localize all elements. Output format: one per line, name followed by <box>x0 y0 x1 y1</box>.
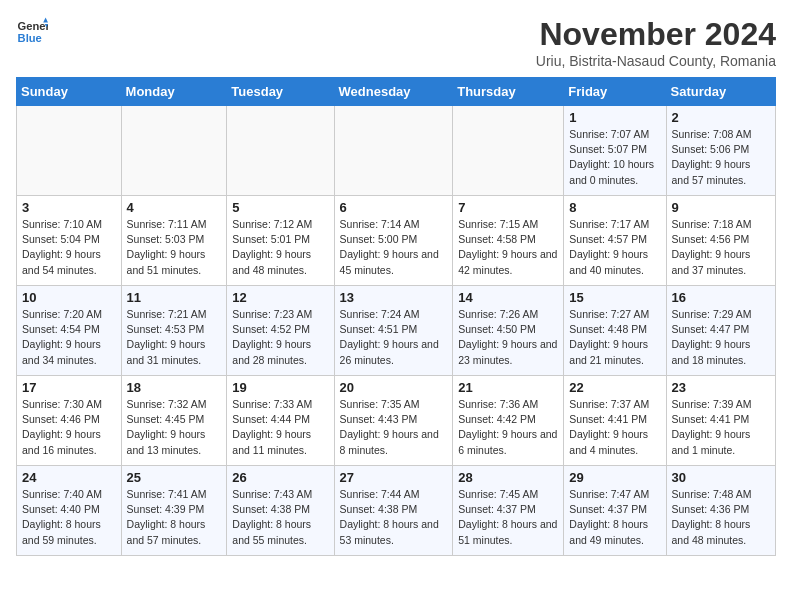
day-detail: Sunrise: 7:37 AM Sunset: 4:41 PM Dayligh… <box>569 397 660 458</box>
weekday-header-cell: Monday <box>121 78 227 106</box>
day-detail: Sunrise: 7:43 AM Sunset: 4:38 PM Dayligh… <box>232 487 328 548</box>
calendar-cell: 23Sunrise: 7:39 AM Sunset: 4:41 PM Dayli… <box>666 376 775 466</box>
day-detail: Sunrise: 7:27 AM Sunset: 4:48 PM Dayligh… <box>569 307 660 368</box>
day-number: 10 <box>22 290 116 305</box>
day-detail: Sunrise: 7:48 AM Sunset: 4:36 PM Dayligh… <box>672 487 770 548</box>
day-number: 4 <box>127 200 222 215</box>
calendar-week-row: 17Sunrise: 7:30 AM Sunset: 4:46 PM Dayli… <box>17 376 776 466</box>
day-detail: Sunrise: 7:10 AM Sunset: 5:04 PM Dayligh… <box>22 217 116 278</box>
day-number: 1 <box>569 110 660 125</box>
calendar-cell: 6Sunrise: 7:14 AM Sunset: 5:00 PM Daylig… <box>334 196 453 286</box>
weekday-header-cell: Friday <box>564 78 666 106</box>
calendar-cell: 25Sunrise: 7:41 AM Sunset: 4:39 PM Dayli… <box>121 466 227 556</box>
calendar-cell: 8Sunrise: 7:17 AM Sunset: 4:57 PM Daylig… <box>564 196 666 286</box>
day-number: 24 <box>22 470 116 485</box>
day-number: 7 <box>458 200 558 215</box>
calendar-cell <box>17 106 122 196</box>
day-detail: Sunrise: 7:07 AM Sunset: 5:07 PM Dayligh… <box>569 127 660 188</box>
day-detail: Sunrise: 7:11 AM Sunset: 5:03 PM Dayligh… <box>127 217 222 278</box>
calendar-cell: 15Sunrise: 7:27 AM Sunset: 4:48 PM Dayli… <box>564 286 666 376</box>
day-number: 6 <box>340 200 448 215</box>
day-number: 16 <box>672 290 770 305</box>
day-number: 8 <box>569 200 660 215</box>
day-detail: Sunrise: 7:39 AM Sunset: 4:41 PM Dayligh… <box>672 397 770 458</box>
day-number: 11 <box>127 290 222 305</box>
calendar-cell: 18Sunrise: 7:32 AM Sunset: 4:45 PM Dayli… <box>121 376 227 466</box>
header: General Blue November 2024 Uriu, Bistrit… <box>16 16 776 69</box>
day-number: 29 <box>569 470 660 485</box>
day-number: 30 <box>672 470 770 485</box>
day-number: 12 <box>232 290 328 305</box>
day-number: 5 <box>232 200 328 215</box>
calendar-cell: 24Sunrise: 7:40 AM Sunset: 4:40 PM Dayli… <box>17 466 122 556</box>
day-number: 28 <box>458 470 558 485</box>
day-number: 14 <box>458 290 558 305</box>
calendar-cell: 30Sunrise: 7:48 AM Sunset: 4:36 PM Dayli… <box>666 466 775 556</box>
day-detail: Sunrise: 7:14 AM Sunset: 5:00 PM Dayligh… <box>340 217 448 278</box>
calendar-cell <box>334 106 453 196</box>
weekday-header-row: SundayMondayTuesdayWednesdayThursdayFrid… <box>17 78 776 106</box>
calendar-cell: 3Sunrise: 7:10 AM Sunset: 5:04 PM Daylig… <box>17 196 122 286</box>
calendar-cell: 10Sunrise: 7:20 AM Sunset: 4:54 PM Dayli… <box>17 286 122 376</box>
calendar-cell: 7Sunrise: 7:15 AM Sunset: 4:58 PM Daylig… <box>453 196 564 286</box>
calendar-table: SundayMondayTuesdayWednesdayThursdayFrid… <box>16 77 776 556</box>
day-detail: Sunrise: 7:21 AM Sunset: 4:53 PM Dayligh… <box>127 307 222 368</box>
calendar-week-row: 1Sunrise: 7:07 AM Sunset: 5:07 PM Daylig… <box>17 106 776 196</box>
calendar-cell: 19Sunrise: 7:33 AM Sunset: 4:44 PM Dayli… <box>227 376 334 466</box>
day-detail: Sunrise: 7:20 AM Sunset: 4:54 PM Dayligh… <box>22 307 116 368</box>
calendar-cell: 22Sunrise: 7:37 AM Sunset: 4:41 PM Dayli… <box>564 376 666 466</box>
calendar-cell: 16Sunrise: 7:29 AM Sunset: 4:47 PM Dayli… <box>666 286 775 376</box>
day-detail: Sunrise: 7:12 AM Sunset: 5:01 PM Dayligh… <box>232 217 328 278</box>
calendar-week-row: 3Sunrise: 7:10 AM Sunset: 5:04 PM Daylig… <box>17 196 776 286</box>
calendar-week-row: 10Sunrise: 7:20 AM Sunset: 4:54 PM Dayli… <box>17 286 776 376</box>
calendar-cell: 28Sunrise: 7:45 AM Sunset: 4:37 PM Dayli… <box>453 466 564 556</box>
day-detail: Sunrise: 7:33 AM Sunset: 4:44 PM Dayligh… <box>232 397 328 458</box>
calendar-cell: 1Sunrise: 7:07 AM Sunset: 5:07 PM Daylig… <box>564 106 666 196</box>
day-number: 26 <box>232 470 328 485</box>
day-number: 15 <box>569 290 660 305</box>
calendar-cell: 17Sunrise: 7:30 AM Sunset: 4:46 PM Dayli… <box>17 376 122 466</box>
day-detail: Sunrise: 7:44 AM Sunset: 4:38 PM Dayligh… <box>340 487 448 548</box>
day-detail: Sunrise: 7:40 AM Sunset: 4:40 PM Dayligh… <box>22 487 116 548</box>
day-number: 25 <box>127 470 222 485</box>
calendar-cell: 29Sunrise: 7:47 AM Sunset: 4:37 PM Dayli… <box>564 466 666 556</box>
day-detail: Sunrise: 7:17 AM Sunset: 4:57 PM Dayligh… <box>569 217 660 278</box>
calendar-cell <box>453 106 564 196</box>
day-detail: Sunrise: 7:32 AM Sunset: 4:45 PM Dayligh… <box>127 397 222 458</box>
day-number: 19 <box>232 380 328 395</box>
day-number: 27 <box>340 470 448 485</box>
day-detail: Sunrise: 7:30 AM Sunset: 4:46 PM Dayligh… <box>22 397 116 458</box>
day-detail: Sunrise: 7:36 AM Sunset: 4:42 PM Dayligh… <box>458 397 558 458</box>
weekday-header-cell: Tuesday <box>227 78 334 106</box>
calendar-cell: 20Sunrise: 7:35 AM Sunset: 4:43 PM Dayli… <box>334 376 453 466</box>
weekday-header-cell: Saturday <box>666 78 775 106</box>
day-detail: Sunrise: 7:47 AM Sunset: 4:37 PM Dayligh… <box>569 487 660 548</box>
day-number: 2 <box>672 110 770 125</box>
svg-text:Blue: Blue <box>18 32 42 44</box>
calendar-cell <box>121 106 227 196</box>
calendar-cell: 21Sunrise: 7:36 AM Sunset: 4:42 PM Dayli… <box>453 376 564 466</box>
day-detail: Sunrise: 7:24 AM Sunset: 4:51 PM Dayligh… <box>340 307 448 368</box>
day-number: 3 <box>22 200 116 215</box>
calendar-cell: 26Sunrise: 7:43 AM Sunset: 4:38 PM Dayli… <box>227 466 334 556</box>
calendar-body: 1Sunrise: 7:07 AM Sunset: 5:07 PM Daylig… <box>17 106 776 556</box>
title-area: November 2024 Uriu, Bistrita-Nasaud Coun… <box>536 16 776 69</box>
calendar-cell: 14Sunrise: 7:26 AM Sunset: 4:50 PM Dayli… <box>453 286 564 376</box>
day-detail: Sunrise: 7:45 AM Sunset: 4:37 PM Dayligh… <box>458 487 558 548</box>
day-number: 13 <box>340 290 448 305</box>
day-number: 23 <box>672 380 770 395</box>
day-detail: Sunrise: 7:23 AM Sunset: 4:52 PM Dayligh… <box>232 307 328 368</box>
calendar-cell: 9Sunrise: 7:18 AM Sunset: 4:56 PM Daylig… <box>666 196 775 286</box>
calendar-cell: 4Sunrise: 7:11 AM Sunset: 5:03 PM Daylig… <box>121 196 227 286</box>
day-detail: Sunrise: 7:18 AM Sunset: 4:56 PM Dayligh… <box>672 217 770 278</box>
month-title: November 2024 <box>536 16 776 53</box>
weekday-header-cell: Wednesday <box>334 78 453 106</box>
weekday-header-cell: Thursday <box>453 78 564 106</box>
calendar-cell: 13Sunrise: 7:24 AM Sunset: 4:51 PM Dayli… <box>334 286 453 376</box>
calendar-cell: 12Sunrise: 7:23 AM Sunset: 4:52 PM Dayli… <box>227 286 334 376</box>
calendar-week-row: 24Sunrise: 7:40 AM Sunset: 4:40 PM Dayli… <box>17 466 776 556</box>
day-detail: Sunrise: 7:41 AM Sunset: 4:39 PM Dayligh… <box>127 487 222 548</box>
day-number: 18 <box>127 380 222 395</box>
calendar-cell: 11Sunrise: 7:21 AM Sunset: 4:53 PM Dayli… <box>121 286 227 376</box>
day-detail: Sunrise: 7:15 AM Sunset: 4:58 PM Dayligh… <box>458 217 558 278</box>
